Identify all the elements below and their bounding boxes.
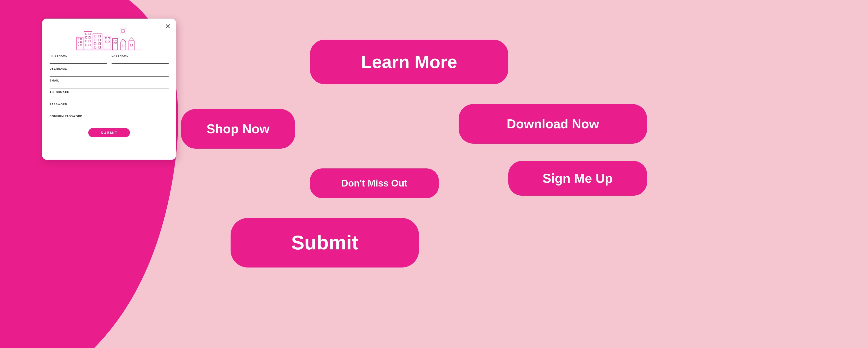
svg-line-7 [125,29,126,29]
svg-rect-15 [80,44,82,45]
svg-rect-12 [78,41,79,43]
lastname-input[interactable] [112,58,168,64]
svg-rect-32 [99,43,100,44]
svg-rect-30 [99,39,100,41]
svg-rect-48 [129,41,134,50]
sign-me-up-button[interactable]: Sign Me Up [508,161,647,196]
svg-rect-37 [108,37,110,39]
ph-number-label: PH. NUMBER [50,91,168,94]
svg-rect-29 [94,39,96,41]
svg-marker-49 [129,38,134,41]
svg-rect-10 [78,38,79,40]
download-now-button[interactable]: Download Now [459,104,647,144]
close-button[interactable]: ✕ [165,23,170,30]
learn-more-button[interactable]: Learn More [310,40,508,84]
svg-rect-23 [86,44,87,45]
password-label: PASSWORD [50,103,168,106]
svg-rect-20 [89,37,91,38]
modal-submit-button[interactable]: SUBMIT [88,128,130,137]
shop-now-button[interactable]: Shop Now [181,109,295,149]
svg-rect-13 [80,41,82,43]
svg-rect-11 [80,38,82,40]
svg-rect-41 [114,40,115,41]
svg-rect-44 [116,43,117,44]
confirm-password-input[interactable] [50,119,168,124]
ph-number-input[interactable] [50,95,168,100]
svg-line-8 [120,33,121,34]
svg-rect-9 [76,37,83,50]
svg-rect-33 [94,46,96,48]
email-input[interactable] [50,83,168,89]
svg-rect-36 [105,37,107,39]
svg-rect-43 [114,43,115,44]
city-illustration [50,24,168,51]
svg-rect-31 [94,43,96,44]
svg-marker-46 [121,39,126,42]
svg-rect-24 [89,44,91,45]
svg-rect-50 [131,44,132,46]
dont-miss-out-button[interactable]: Don't Miss Out [310,168,439,198]
buttons-area: Learn More Shop Now Download Now Don't M… [161,15,831,332]
svg-rect-34 [99,46,100,48]
svg-rect-40 [113,38,118,50]
svg-rect-47 [122,45,124,47]
firstname-input[interactable] [50,58,106,64]
svg-rect-17 [86,33,87,35]
lastname-label: LASTNAME [112,54,168,57]
svg-rect-35 [104,36,111,50]
svg-rect-28 [99,35,100,37]
svg-rect-42 [116,40,117,41]
password-input[interactable] [50,107,168,112]
svg-rect-22 [89,40,91,42]
svg-rect-21 [86,40,87,42]
submit-large-button[interactable]: Submit [230,218,419,268]
email-label: EMAIL [50,79,168,82]
svg-rect-39 [108,41,110,42]
svg-rect-45 [121,42,126,50]
svg-line-5 [120,29,121,29]
svg-rect-18 [89,33,91,35]
svg-rect-27 [94,35,96,37]
svg-rect-14 [78,44,79,45]
modal-card: ✕ [42,19,176,160]
svg-rect-19 [86,37,87,38]
svg-line-6 [125,33,126,34]
firstname-label: FIRSTNAME [50,54,106,57]
registration-form: FIRSTNAME LASTNAME USERNAME EMAIL PH. NU… [50,54,168,137]
username-label: USERNAME [50,67,168,70]
username-input[interactable] [50,71,168,76]
svg-rect-38 [105,41,107,42]
svg-point-0 [121,29,125,33]
confirm-password-label: CONFIRM PASSWORD [50,115,168,118]
svg-rect-16 [84,31,92,50]
